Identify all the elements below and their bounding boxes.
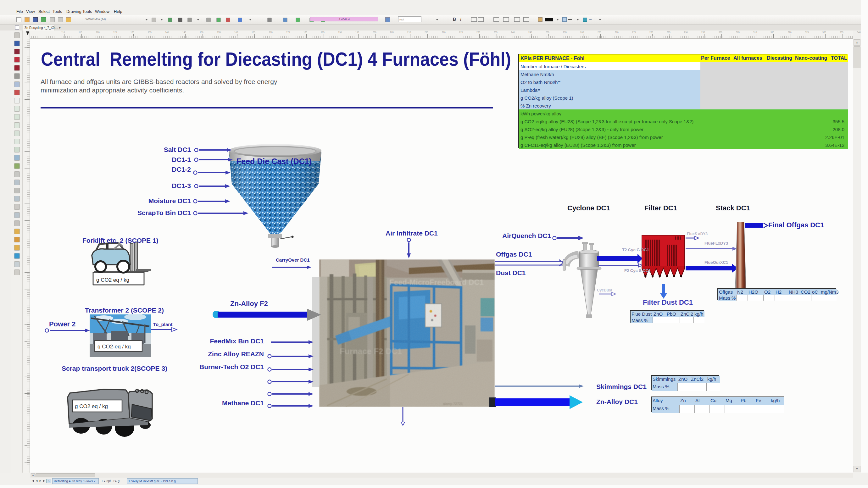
svg-text:g CO2 eq / kg: g CO2 eq / kg [96, 277, 129, 283]
svg-text:g CO2 eq / kg: g CO2 eq / kg [75, 403, 108, 410]
svg-text:g CO2-eq / kg: g CO2-eq / kg [97, 344, 131, 350]
